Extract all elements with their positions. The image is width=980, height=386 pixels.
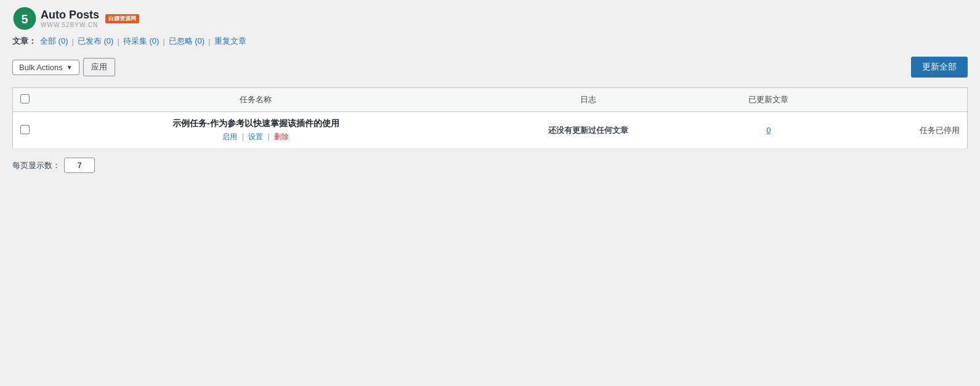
table-row: 示例任务-作为参考以快速掌握该插件的使用 启用 | 设置 | 删除 还没有更新过… [13,112,968,149]
header-updated: 已更新文章 [703,88,835,112]
logo-icon: 5 [12,6,37,31]
task-actions: 启用 | 设置 | 删除 [45,132,467,142]
task-delete-link[interactable]: 删除 [274,132,289,141]
task-title: 示例任务-作为参考以快速掌握该插件的使用 [45,118,467,129]
breadcrumb-published[interactable]: 已发布 (0) [78,36,114,47]
header-status [835,88,968,112]
breadcrumb-duplicate[interactable]: 重复文章 [214,36,246,47]
row-checkbox[interactable] [20,125,30,134]
row-task-name-cell: 示例任务-作为参考以快速掌握该插件的使用 启用 | 设置 | 删除 [38,112,474,149]
task-settings-link[interactable]: 设置 [248,132,263,141]
select-all-checkbox[interactable] [20,94,30,103]
plugin-title: Auto Posts [41,9,99,22]
row-log-cell: 还没有更新过任何文章 [474,112,703,149]
toolbar: Bulk Actions ▼ 应用 更新全部 [12,53,968,81]
bulk-actions-dropdown[interactable]: Bulk Actions ▼ [12,60,79,75]
toolbar-left: Bulk Actions ▼ 应用 [12,58,115,76]
logo-area: 5 Auto Posts WWW.52BYW.CN 白嫖资源网 [12,6,968,31]
tasks-table: 任务名称 日志 已更新文章 示例任务-作为参考以快速掌握该插件的使用 启用 | … [12,87,968,149]
task-enable-link[interactable]: 启用 [222,132,237,141]
header-checkbox-cell[interactable] [13,88,38,112]
breadcrumb-all[interactable]: 全部 (0) [40,36,68,47]
chevron-down-icon: ▼ [67,64,73,71]
breadcrumb-label: 文章： [12,36,36,47]
row-updated-cell: 0 [703,112,835,149]
table-header-row: 任务名称 日志 已更新文章 [13,88,968,112]
log-text: 还没有更新过任何文章 [548,126,628,135]
update-all-button[interactable]: 更新全部 [911,57,968,78]
row-checkbox-cell[interactable] [13,112,38,149]
logo-subtitle: WWW.52BYW.CN [41,22,99,28]
breadcrumb-ignored[interactable]: 已忽略 (0) [169,36,205,47]
per-page-label: 每页显示数： [12,160,60,171]
apply-button[interactable]: 应用 [83,58,115,76]
per-page-input[interactable] [64,158,95,173]
updated-count-link[interactable]: 0 [766,126,771,135]
header-log: 日志 [474,88,703,112]
per-page-section: 每页显示数： [12,158,968,173]
header-task-name: 任务名称 [38,88,474,112]
row-status-cell: 任务已停用 [835,112,968,149]
task-status: 任务已停用 [920,126,960,135]
svg-text:5: 5 [21,12,28,26]
breadcrumb-pending[interactable]: 待采集 (0) [123,36,160,47]
watermark-badge: 白嫖资源网 [105,14,139,23]
bulk-actions-label: Bulk Actions [19,63,63,72]
breadcrumb: 文章： 全部 (0) | 已发布 (0) | 待采集 (0) | 已忽略 (0)… [12,36,968,47]
